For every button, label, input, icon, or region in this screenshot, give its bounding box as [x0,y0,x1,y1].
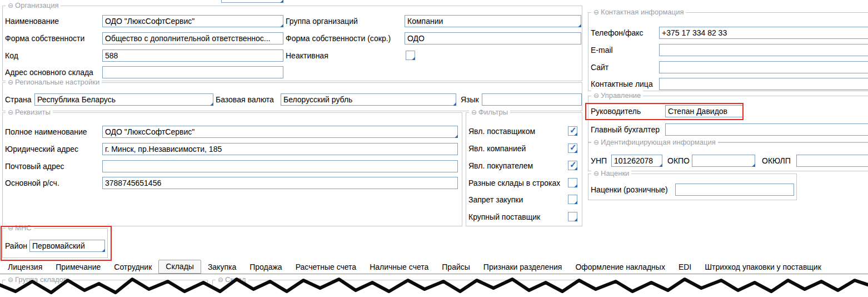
collapse-icon[interactable] [8,78,13,86]
collapse-icon[interactable] [8,108,13,116]
email-field[interactable] [659,44,868,56]
filter-buyer-checkbox[interactable] [568,161,577,170]
torn-edge [0,275,868,297]
language-field[interactable] [482,93,582,106]
filter-purchase-ban-label: Запрет закупки [468,194,523,206]
markups-group-header: Наценки [591,169,631,179]
filter-large-supplier-label: Крупный поставщик [468,211,540,223]
tab-package-barcode[interactable]: Штрихкод упаковки у поставщик [698,261,828,274]
full-name-field[interactable]: ОДО "ЛюксСофтСервис" [102,126,458,138]
markups-group: Наценки Наценки (розничные) [588,174,797,200]
unp-label: УНП [591,155,607,167]
postal-address-label: Почтовый адрес [5,160,64,172]
ownership-short-label: Форма собственности (сокр.) [286,32,391,44]
org-group-label: Группа организаций [286,15,358,27]
okpo-label: ОКПО [667,155,690,167]
filters-group-header: Фильтры [469,107,510,117]
currency-label: Базовая валюта [216,93,274,106]
collapse-icon[interactable] [471,108,477,116]
collapse-icon[interactable] [8,2,13,9]
collapse-icon[interactable] [593,170,599,177]
filter-supplier-checkbox[interactable] [568,126,577,136]
org-name-label: Наименование [5,15,59,27]
legal-address-field[interactable]: г. Минск, пр.Независимости, 185 [102,143,458,155]
clipped-field-fragment [221,0,283,3]
contact-info-group: Контактная информация Телефон/факс +375 … [588,12,868,91]
okyulp-field[interactable] [796,155,868,167]
ownership-short-field[interactable]: ОДО [405,32,581,44]
tab-cash-accounts[interactable]: Наличные счета [363,261,435,274]
tab-employee[interactable]: Сотрудник [107,261,158,274]
filter-purchase-ban-checkbox[interactable] [568,195,577,204]
legal-address-label: Юридический адрес [5,143,78,155]
tab-edi[interactable]: EDI [672,261,698,274]
postal-address-field[interactable] [102,160,458,172]
org-name-field[interactable]: ОДО "ЛюксСофтСервис" [102,15,283,27]
account-label: Основной р/сч. [5,177,59,189]
organization-group-title: Организация [15,1,58,9]
management-group-header: Управление [591,91,643,101]
filter-different-warehouses-label: Разные склады в строках [468,177,560,189]
accountant-field[interactable] [665,123,868,136]
tab-prices[interactable]: Прайсы [435,261,477,274]
bottom-tab-bar: Лицензия Примечание Сотрудник Склады Зак… [0,260,868,274]
inactive-label: Неактивная [286,50,328,62]
organization-form: Организация Наименование ОДО "ЛюксСофтСе… [0,0,868,297]
tab-purchase[interactable]: Закупка [201,261,243,274]
site-label: Сайт [591,61,608,73]
contact-persons-label: Контактные лица [591,78,653,90]
code-label: Код [5,50,18,62]
tab-note[interactable]: Примечание [49,261,107,274]
filters-group-title: Фильтры [478,108,508,116]
organization-group: Организация Наименование ОДО "ЛюксСофтСе… [2,6,582,81]
regional-settings-group-title: Региональные настройки [15,78,99,86]
organization-group-header: Организация [6,1,61,11]
org-group-field[interactable]: Компании [405,15,581,27]
warehouse-address-label: Адрес основного склада [5,66,93,78]
phone-label: Телефон/факс [591,27,643,39]
retail-markup-field[interactable] [675,184,794,196]
site-field[interactable] [659,61,868,73]
language-label: Язык [461,93,479,106]
contact-persons-field[interactable] [659,78,868,90]
tab-bank-accounts[interactable]: Расчетные счета [289,261,363,274]
filter-large-supplier-checkbox[interactable] [568,212,577,221]
filter-different-warehouses-checkbox[interactable] [568,178,577,187]
filter-buyer-label: Явл. покупателем [468,160,533,172]
tab-license[interactable]: Лицензия [1,261,49,274]
okyulp-label: ОКЮЛП [762,155,791,167]
filter-company-label: Явл. компанией [468,142,526,155]
accountant-label: Главный бухгалтер [591,123,660,136]
code-field[interactable]: 588 [102,50,283,62]
inactive-checkbox[interactable] [406,51,415,60]
tab-sale[interactable]: Продажа [243,261,288,274]
identification-group: Идентифицирующая информация УНП 10126207… [588,142,868,171]
warehouse-address-field[interactable] [102,66,283,78]
collapse-icon[interactable] [593,92,599,100]
phone-field[interactable]: +375 17 334 82 33 [659,27,868,39]
requisites-group-header: Реквизиты [6,107,53,117]
retail-markup-label: Наценки (розничные) [591,184,668,196]
collapse-icon[interactable] [593,8,599,16]
markups-group-title: Наценки [601,169,629,177]
tab-invoice-format[interactable]: Оформление накладных [568,261,672,274]
unp-field[interactable]: 101262078 [611,155,662,167]
tab-warehouses[interactable]: Склады [158,260,201,274]
requisites-group-title: Реквизиты [15,108,51,116]
full-name-label: Полное наименование [5,126,87,138]
okpo-field[interactable] [692,155,755,167]
annotation-rectangle-mns [1,226,112,261]
account-field[interactable]: 3788745651456 [102,177,458,189]
identification-group-title: Идентифицирующая информация [601,138,716,146]
tab-division-signs[interactable]: Признаки разделения [477,261,569,274]
country-field[interactable]: Республика Беларусь [34,93,213,106]
collapse-icon[interactable] [593,138,599,146]
requisites-group: Реквизиты Полное наименование ОДО "ЛюксС… [2,112,462,226]
ownership-field[interactable]: Общество с дополнительной ответственнос.… [102,32,283,44]
currency-field[interactable]: Белорусский рубль [281,93,456,106]
filter-company-checkbox[interactable] [568,143,577,153]
management-group-title: Управление [601,91,641,100]
filter-supplier-label: Явл. поставщиком [468,125,535,137]
regional-settings-group-header: Региональные настройки [6,77,102,87]
identification-group-header: Идентифицирующая информация [591,137,718,147]
